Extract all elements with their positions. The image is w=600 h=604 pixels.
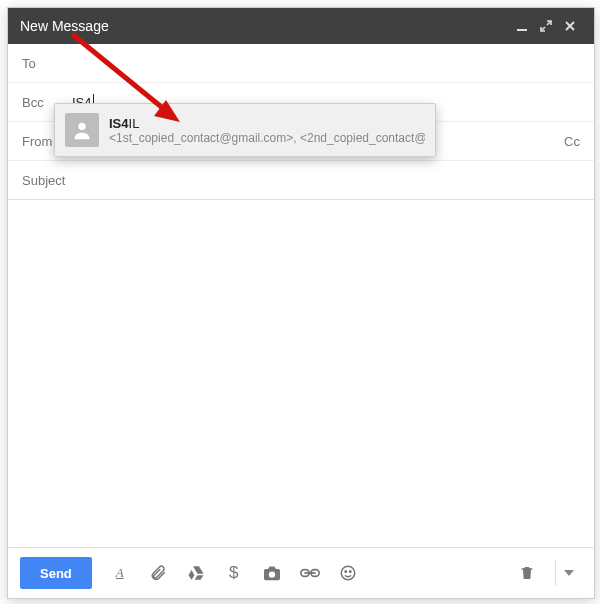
- bottom-toolbar: Send A $: [8, 547, 594, 598]
- to-row[interactable]: To: [8, 44, 594, 83]
- suggestion-name: IS4IL: [109, 116, 425, 131]
- link-icon[interactable]: [300, 563, 320, 583]
- compose-window: New Message To Bcc IS4: [7, 7, 595, 599]
- money-icon[interactable]: $: [224, 563, 244, 583]
- window-title: New Message: [20, 18, 109, 34]
- svg-point-11: [78, 123, 85, 130]
- emoji-icon[interactable]: [338, 563, 358, 583]
- svg-point-9: [345, 571, 347, 573]
- photo-icon[interactable]: [262, 563, 282, 583]
- attach-icon[interactable]: [148, 563, 168, 583]
- more-options-button[interactable]: [555, 560, 582, 586]
- contact-autocomplete: IS4IL <1st_copied_contact@gmail.com>, <2…: [54, 103, 436, 157]
- person-icon: [65, 113, 99, 147]
- expand-icon[interactable]: [534, 14, 558, 38]
- send-button[interactable]: Send: [20, 557, 92, 589]
- message-body[interactable]: [8, 200, 594, 547]
- autocomplete-suggestion[interactable]: IS4IL <1st_copied_contact@gmail.com>, <2…: [55, 104, 435, 156]
- close-button[interactable]: [558, 14, 582, 38]
- minimize-button[interactable]: [510, 14, 534, 38]
- svg-point-10: [349, 571, 351, 573]
- titlebar: New Message: [8, 8, 594, 44]
- trash-icon[interactable]: [517, 563, 537, 583]
- to-label: To: [22, 56, 72, 71]
- subject-row[interactable]: Subject: [8, 161, 594, 199]
- svg-point-8: [341, 566, 355, 580]
- format-icon[interactable]: A: [110, 563, 130, 583]
- drive-icon[interactable]: [186, 563, 206, 583]
- subject-label: Subject: [22, 173, 82, 188]
- suggestion-emails: <1st_copied_contact@gmail.com>, <2nd_cop…: [109, 131, 425, 145]
- cc-toggle[interactable]: Cc: [564, 134, 580, 149]
